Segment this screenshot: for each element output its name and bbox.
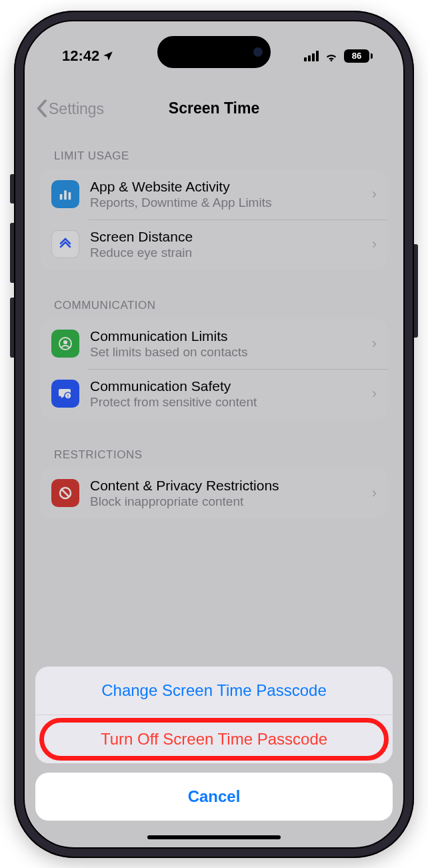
distance-icon xyxy=(51,230,79,258)
svg-line-8 xyxy=(62,490,69,497)
row-title: Communication Limits xyxy=(90,328,361,344)
screen: 12:42 86 Settings Screen Time LIMIT U xyxy=(23,20,405,849)
chevron-right-icon: › xyxy=(372,236,377,253)
row-content-restrictions[interactable]: Content & Privacy Restrictions Block ina… xyxy=(41,468,387,518)
location-icon xyxy=(102,50,114,62)
section-restrictions: Content & Privacy Restrictions Block ina… xyxy=(41,468,387,518)
chevron-right-icon: › xyxy=(372,335,377,352)
row-screen-distance[interactable]: Screen Distance Reduce eye strain › xyxy=(41,220,387,270)
svg-rect-0 xyxy=(60,194,63,199)
battery-level: 86 xyxy=(344,49,369,63)
cellular-icon xyxy=(304,51,319,61)
row-title: Screen Distance xyxy=(90,229,361,245)
row-title: Communication Safety xyxy=(90,378,361,394)
volume-down xyxy=(10,298,14,358)
chart-icon xyxy=(51,180,79,208)
turn-off-passcode-button[interactable]: Turn Off Screen Time Passcode xyxy=(35,715,393,763)
change-passcode-button[interactable]: Change Screen Time Passcode xyxy=(35,667,393,715)
chevron-right-icon: › xyxy=(372,385,377,402)
wifi-icon xyxy=(324,51,339,61)
chevron-left-icon xyxy=(37,100,47,117)
side-button xyxy=(414,244,418,338)
chat-safety-icon: ! xyxy=(51,380,79,408)
chevron-right-icon: › xyxy=(372,185,377,203)
row-title: App & Website Activity xyxy=(90,179,361,195)
action-sheet: Change Screen Time Passcode Turn Off Scr… xyxy=(25,667,403,847)
row-subtitle: Block inappropriate content xyxy=(90,494,361,509)
contact-icon xyxy=(51,330,79,358)
chevron-right-icon: › xyxy=(372,484,377,502)
row-subtitle: Set limits based on contacts xyxy=(90,345,361,360)
row-app-activity[interactable]: App & Website Activity Reports, Downtime… xyxy=(41,169,387,220)
row-title: Content & Privacy Restrictions xyxy=(90,478,361,494)
iphone-frame: 12:42 86 Settings Screen Time LIMIT U xyxy=(14,11,414,858)
row-comm-limits[interactable]: Communication Limits Set limits based on… xyxy=(41,319,387,369)
section-communication: Communication Limits Set limits based on… xyxy=(41,319,387,419)
svg-rect-2 xyxy=(69,192,71,199)
svg-rect-1 xyxy=(64,191,67,200)
row-subtitle: Reduce eye strain xyxy=(90,246,361,260)
section-header-usage: LIMIT USAGE xyxy=(41,149,387,169)
no-entry-icon xyxy=(51,479,79,507)
ringer-switch xyxy=(10,174,14,203)
battery-indicator: 86 xyxy=(344,49,373,63)
back-label: Settings xyxy=(49,99,104,117)
home-indicator[interactable] xyxy=(147,835,281,839)
page-title: Screen Time xyxy=(169,99,259,117)
volume-up xyxy=(10,223,14,283)
svg-point-4 xyxy=(63,340,67,344)
svg-text:!: ! xyxy=(67,394,69,398)
section-usage: App & Website Activity Reports, Downtime… xyxy=(41,169,387,270)
turn-off-label: Turn Off Screen Time Passcode xyxy=(101,730,327,748)
status-time: 12:42 xyxy=(62,47,99,65)
dynamic-island xyxy=(157,36,271,68)
section-header-restrictions: RESTRICTIONS xyxy=(41,448,387,468)
back-button[interactable]: Settings xyxy=(37,99,104,117)
navigation-bar: Settings Screen Time xyxy=(25,88,403,129)
row-comm-safety[interactable]: ! Communication Safety Protect from sens… xyxy=(41,369,387,419)
row-subtitle: Reports, Downtime & App Limits xyxy=(90,195,361,210)
section-header-communication: COMMUNICATION xyxy=(41,299,387,319)
cancel-button[interactable]: Cancel xyxy=(35,773,393,821)
row-subtitle: Protect from sensitive content xyxy=(90,395,361,410)
